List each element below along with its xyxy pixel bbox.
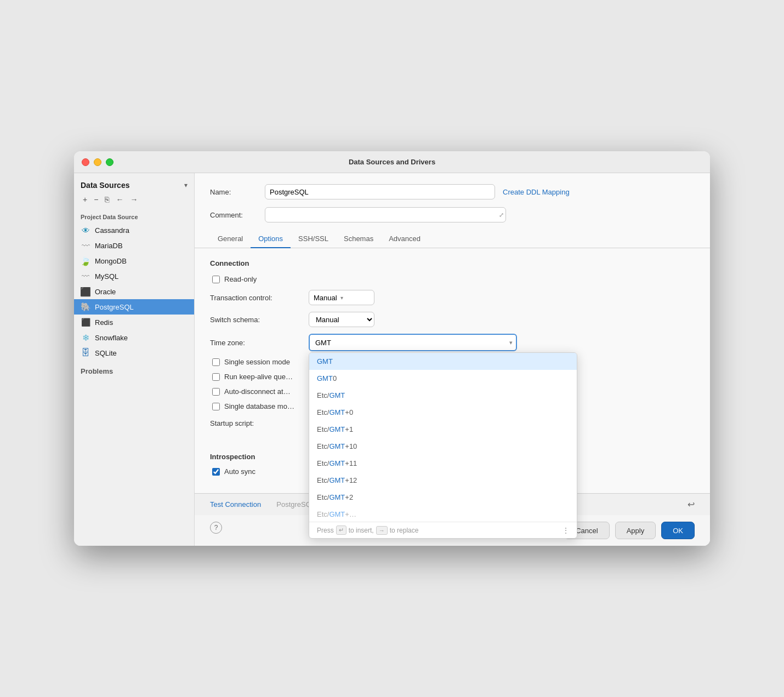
timezone-input[interactable] (309, 334, 517, 351)
sidebar-item-mongodb[interactable]: 🍃 MongoDB (74, 253, 194, 268)
create-ddl-link[interactable]: Create DDL Mapping (503, 188, 570, 196)
sidebar-item-label-postgresql: PostgreSQL (95, 303, 134, 311)
etc-gmt11-prefix: Etc/ (317, 459, 329, 467)
etc-gmt1-suffix: +1 (345, 425, 353, 433)
timezone-option-etc-gmt2[interactable]: Etc/GMT+2 (309, 489, 577, 506)
etc-gmt0-highlight: GMT (329, 408, 345, 416)
sidebar-item-postgresql[interactable]: 🐘 PostgreSQL (74, 299, 194, 315)
sidebar-header-dropdown-icon[interactable]: ▾ (184, 181, 188, 189)
auto-sync-checkbox[interactable] (212, 468, 220, 476)
comment-expand-button[interactable]: ⤢ (499, 212, 504, 219)
gmt0-highlight: GMT (317, 374, 333, 382)
timezone-option-etc-gmt10[interactable]: Etc/GMT+10 (309, 438, 577, 455)
comment-input[interactable] (265, 207, 506, 222)
etc-gmt-highlight: GMT (329, 391, 345, 399)
sidebar-item-label-mysql: MySQL (95, 272, 118, 281)
comment-row: Comment: ⤢ (210, 207, 695, 222)
tab-general[interactable]: General (210, 230, 251, 248)
apply-button[interactable]: Apply (615, 522, 656, 539)
forward-datasource-button[interactable]: → (128, 194, 140, 205)
postgresql-icon: 🐘 (81, 302, 90, 312)
duplicate-datasource-button[interactable]: ⎘ (103, 194, 111, 205)
auto-disconnect-label: Auto-disconnect at… (224, 387, 291, 396)
timezone-option-etc-gmt3-partial[interactable]: Etc/GMT+… (309, 506, 577, 522)
name-row: Name: Create DDL Mapping (210, 184, 695, 199)
ok-button[interactable]: OK (661, 522, 695, 539)
sidebar-item-sqlite[interactable]: 🗄 SQLite (74, 345, 194, 361)
sidebar-item-oracle[interactable]: ⬛ Oracle (74, 284, 194, 299)
name-input[interactable] (265, 184, 495, 199)
timezone-dropdown-list: GMT GMT0 Etc/GMT Etc/GMT+0 (309, 352, 577, 539)
tab-sshssl[interactable]: SSH/SSL (291, 230, 336, 248)
footer-more-icon[interactable]: ⋮ (563, 527, 569, 534)
main-content: Name: Create DDL Mapping Comment: ⤢ Gene… (195, 173, 710, 546)
etc-gmt3-prefix: Etc/ (317, 510, 329, 518)
sidebar-item-mariadb[interactable]: 〰 MariaDB (74, 238, 194, 253)
test-connection-link[interactable]: Test Connection (210, 500, 261, 509)
timezone-option-etc-gmt11[interactable]: Etc/GMT+11 (309, 455, 577, 472)
timezone-option-etc-gmt[interactable]: Etc/GMT (309, 387, 577, 404)
timezone-option-etc-gmt12[interactable]: Etc/GMT+12 (309, 472, 577, 489)
remove-datasource-button[interactable]: − (92, 194, 100, 205)
sidebar-item-cassandra[interactable]: 👁 Cassandra (74, 222, 194, 238)
startup-script-label: Startup script: (210, 417, 309, 427)
etc-gmt-prefix: Etc/ (317, 391, 329, 399)
transaction-dropdown[interactable]: Manual ▾ (309, 290, 374, 305)
sidebar-item-label-redis: Redis (95, 318, 113, 327)
replace-key: → (376, 526, 388, 535)
snowflake-icon: ❄ (81, 333, 90, 342)
transaction-row: Transaction control: Manual ▾ (210, 290, 695, 305)
comment-input-wrapper: ⤢ (265, 207, 506, 222)
tab-options[interactable]: Options (251, 230, 291, 248)
gmt0-suffix: 0 (333, 374, 337, 382)
close-button[interactable] (82, 158, 89, 166)
run-keepalive-label: Run keep-alive que… (224, 373, 293, 381)
mongodb-icon: 🍃 (81, 256, 90, 266)
mariadb-icon: 〰 (81, 241, 90, 250)
switch-schema-select[interactable]: Manual (309, 312, 374, 327)
oracle-icon: ⬛ (81, 287, 90, 296)
timezone-option-etc-gmt1[interactable]: Etc/GMT+1 (309, 421, 577, 438)
maximize-button[interactable] (106, 158, 113, 166)
sidebar-item-mysql[interactable]: 〰 MySQL (74, 268, 194, 284)
readonly-label: Read-only (224, 275, 257, 283)
options-content: Connection Read-only Transaction control… (210, 248, 695, 476)
timezone-option-gmt0[interactable]: GMT0 (309, 370, 577, 387)
transaction-label: Transaction control: (210, 294, 309, 302)
sqlite-icon: 🗄 (81, 348, 90, 358)
etc-gmt12-suffix: +12 (345, 476, 357, 484)
readonly-checkbox[interactable] (212, 276, 220, 283)
add-datasource-button[interactable]: + (81, 194, 89, 205)
sidebar-header-title: Data Sources (81, 181, 129, 190)
undo-button[interactable]: ↩ (688, 499, 695, 510)
sidebar-header: Data Sources ▾ (74, 179, 194, 194)
sidebar-item-redis[interactable]: ⬛ Redis (74, 315, 194, 330)
timezone-option-etc-gmt0[interactable]: Etc/GMT+0 (309, 404, 577, 421)
etc-gmt2-suffix: +2 (345, 493, 353, 501)
etc-gmt0-suffix: +0 (345, 408, 353, 416)
timezone-wrapper: ▾ GMT GMT0 Etc/GMT (309, 334, 517, 351)
minimize-button[interactable] (94, 158, 101, 166)
sidebar-item-label-snowflake: Snowflake (95, 334, 128, 342)
etc-gmt10-suffix: +10 (345, 442, 357, 450)
sidebar-item-label-mongodb: MongoDB (95, 257, 127, 265)
single-session-label: Single session mode (224, 358, 290, 366)
help-button[interactable]: ? (210, 522, 222, 534)
back-datasource-button[interactable]: ← (113, 194, 126, 205)
timezone-option-gmt[interactable]: GMT (309, 353, 577, 370)
readonly-row: Read-only (210, 275, 695, 283)
sidebar-item-label-mariadb: MariaDB (95, 242, 123, 250)
etc-gmt12-prefix: Etc/ (317, 476, 329, 484)
tabs-bar: General Options SSH/SSL Schemas Advanced (195, 230, 710, 248)
single-db-checkbox[interactable] (212, 403, 220, 410)
auto-disconnect-checkbox[interactable] (212, 388, 220, 396)
run-keepalive-checkbox[interactable] (212, 373, 220, 381)
sidebar-item-snowflake[interactable]: ❄ Snowflake (74, 330, 194, 345)
footer-hint-text: Press (317, 527, 334, 534)
sidebar-toolbar: + − ⎘ ← → (74, 194, 194, 209)
form-area: Name: Create DDL Mapping Comment: ⤢ Gene… (195, 173, 710, 493)
tab-schemas[interactable]: Schemas (336, 230, 381, 248)
timezone-label: Time zone: (210, 339, 309, 347)
tab-advanced[interactable]: Advanced (381, 230, 428, 248)
single-session-checkbox[interactable] (212, 358, 220, 366)
